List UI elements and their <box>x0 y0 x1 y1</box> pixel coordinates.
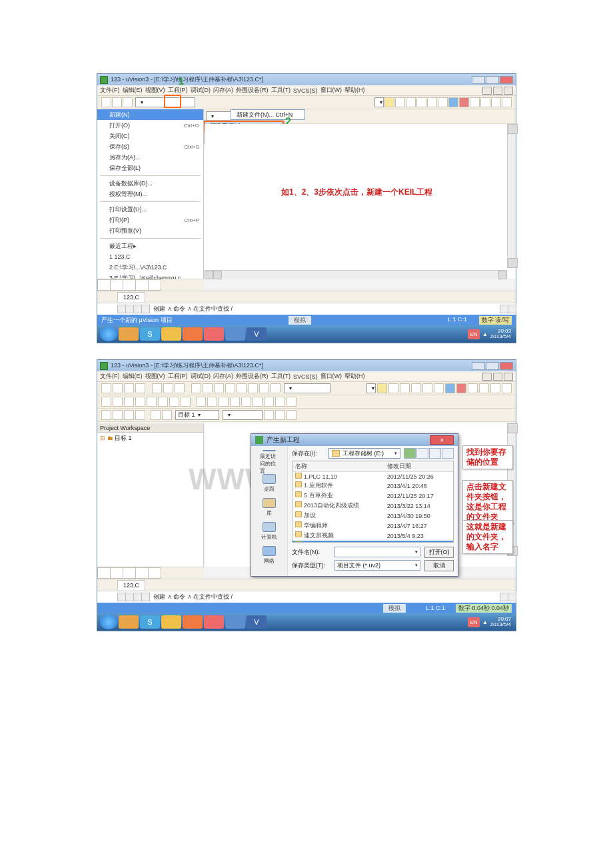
start-button[interactable] <box>100 327 117 341</box>
output-tabs-label[interactable]: 创建 ∧ 命令 ∧ 在文件中查找 / <box>153 593 233 601</box>
open-button[interactable]: 打开(O) <box>424 547 454 558</box>
folder-listing[interactable]: 名称修改日期 1.PLC 11.102012/11/25 20:261.应用软件… <box>292 461 454 543</box>
tool-icon[interactable] <box>271 383 281 393</box>
find-icon[interactable] <box>384 97 394 107</box>
tool-icon[interactable] <box>411 383 421 393</box>
rebuild-icon[interactable] <box>491 97 501 107</box>
print-item[interactable]: 打印(P)Ctrl+P <box>97 215 203 225</box>
places-network[interactable]: 网络 <box>260 546 279 565</box>
tool-icon[interactable] <box>275 410 285 420</box>
mdi-close[interactable] <box>504 87 513 95</box>
max-button[interactable] <box>486 76 499 84</box>
task-icon[interactable] <box>225 615 245 629</box>
recent-2[interactable]: 2 E:\学习\...\A3\123.C <box>97 262 203 273</box>
tool-icon[interactable] <box>203 383 213 393</box>
menu-file[interactable]: 文件(F) <box>100 372 120 381</box>
cancel-button[interactable]: 取消 <box>424 560 454 571</box>
lang-indicator[interactable]: EN <box>468 329 480 339</box>
tool-icon[interactable] <box>287 410 297 420</box>
list-item[interactable]: KEIL练习2013/5/4 20:06 <box>293 541 453 543</box>
tool-icon[interactable] <box>135 383 145 393</box>
menu-debug[interactable]: 调试(D) <box>191 372 211 381</box>
tool-icon[interactable] <box>287 397 297 407</box>
project-tree[interactable]: ⊟ 🖿 目标 1 <box>97 433 203 444</box>
find-combo[interactable] <box>374 97 384 107</box>
task-icon[interactable] <box>119 615 139 629</box>
task-icon[interactable] <box>225 327 245 341</box>
menu-edit[interactable]: 编辑(E) <box>123 86 143 95</box>
tool-new-icon[interactable] <box>101 97 111 107</box>
tool-save-icon[interactable] <box>123 97 133 107</box>
tool-icon[interactable] <box>434 383 444 393</box>
tool-icon[interactable] <box>248 383 258 393</box>
stop-icon[interactable] <box>459 97 469 107</box>
max-button[interactable] <box>486 362 499 370</box>
file-save-item[interactable]: 保存(S)Ctrl+S <box>97 141 203 152</box>
config-combo[interactable] <box>223 410 263 420</box>
views-button-icon[interactable] <box>442 448 454 459</box>
build-icon[interactable] <box>480 97 490 107</box>
menu-flash[interactable]: 闪存(A) <box>213 86 233 95</box>
tool-icon[interactable] <box>214 383 224 393</box>
menu-debug[interactable]: 调试(D) <box>191 86 211 95</box>
list-item[interactable]: 加设2013/4/30 19:50 <box>293 511 453 521</box>
debug-icon[interactable] <box>448 97 458 107</box>
tool-icon[interactable] <box>124 410 134 420</box>
tool-icon[interactable] <box>135 397 145 407</box>
tray-icon[interactable]: ▲ <box>482 619 488 625</box>
tool-icon[interactable] <box>101 397 111 407</box>
combo[interactable] <box>366 383 376 393</box>
target-combo[interactable]: 目标 1 <box>175 410 219 420</box>
tool-icon[interactable] <box>388 383 398 393</box>
tool-icon[interactable] <box>253 397 263 407</box>
tool-icon[interactable] <box>225 383 235 393</box>
up-button-icon[interactable] <box>416 448 428 459</box>
tool-icon[interactable] <box>124 397 134 407</box>
close-button[interactable] <box>500 362 513 370</box>
filetype-combo[interactable]: 项目文件 (*.uv2) <box>334 560 420 571</box>
tool-open-icon[interactable] <box>112 97 122 107</box>
nav-fwd-icon[interactable] <box>406 97 416 107</box>
list-item[interactable]: 迪文屏视频2013/5/4 9:23 <box>293 531 453 541</box>
menu-edit[interactable]: 编辑(E) <box>123 372 143 381</box>
places-desktop[interactable]: 桌面 <box>260 474 279 493</box>
task-icon[interactable] <box>161 327 181 341</box>
license-item[interactable]: 授权管理(M)... <box>97 189 203 199</box>
task-icon[interactable]: S <box>140 615 160 629</box>
file-close-item[interactable]: 关闭(C) <box>97 131 203 141</box>
tool-icon[interactable] <box>158 397 168 407</box>
proj-tab[interactable] <box>135 567 149 579</box>
tool-icon[interactable] <box>124 383 134 393</box>
menu-tools[interactable]: 工具(T) <box>271 86 291 95</box>
menu-help[interactable]: 帮助(H) <box>344 86 365 95</box>
menu-peripherals[interactable]: 外围设备(R) <box>236 86 269 95</box>
tool-icon[interactable] <box>219 397 229 407</box>
list-item[interactable]: 2013自动化四级成绩2013/3/22 13:14 <box>293 501 453 511</box>
newfolder-button-icon[interactable] <box>429 448 441 459</box>
output-scroll-r[interactable] <box>508 305 516 313</box>
task-icon[interactable] <box>183 615 203 629</box>
device-db-item[interactable]: 设备数据库(D)... <box>97 178 203 189</box>
tool-icon[interactable] <box>147 397 157 407</box>
tool-icon[interactable] <box>422 383 432 393</box>
menu-tools[interactable]: 工具(T) <box>271 372 291 381</box>
proj-tab[interactable] <box>123 567 136 579</box>
file-saveas-item[interactable]: 另存为(A)... <box>97 152 203 163</box>
editor-tab-file[interactable]: 123.C <box>117 292 145 302</box>
menu-peripherals[interactable]: 外围设备(R) <box>236 372 269 381</box>
mdi-min[interactable] <box>482 373 492 381</box>
menu-new-header[interactable]: 新建(N) <box>97 109 203 120</box>
menu-flash[interactable]: 闪存(A) <box>213 372 233 381</box>
tool-icon[interactable] <box>101 410 111 420</box>
start-button[interactable] <box>100 615 117 629</box>
task-icon[interactable] <box>204 327 224 341</box>
print-setup-item[interactable]: 打印设置(U)... <box>97 204 203 215</box>
tool-icon[interactable] <box>151 410 161 420</box>
back-button-icon[interactable] <box>404 448 416 459</box>
close-button[interactable] <box>500 76 513 84</box>
tool-icon[interactable] <box>113 397 123 407</box>
proj-tab-2[interactable] <box>110 279 123 291</box>
tool-icon[interactable] <box>237 383 247 393</box>
task-icon[interactable]: V <box>247 615 267 629</box>
menu-file[interactable]: 文件(F) <box>100 86 120 95</box>
